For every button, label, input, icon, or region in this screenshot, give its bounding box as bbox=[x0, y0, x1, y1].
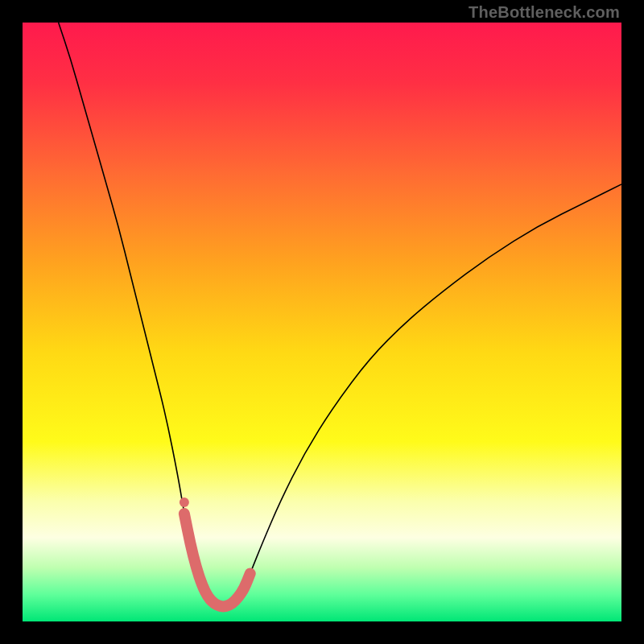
watermark-text: TheBottleneck.com bbox=[469, 3, 620, 22]
curve-layer bbox=[23, 23, 621, 621]
salmon-marker-dot bbox=[180, 497, 189, 507]
plot-area bbox=[23, 23, 621, 621]
chart-frame: TheBottleneck.com bbox=[0, 0, 644, 644]
salmon-marker-band bbox=[184, 514, 250, 606]
bottleneck-curve bbox=[59, 23, 621, 606]
